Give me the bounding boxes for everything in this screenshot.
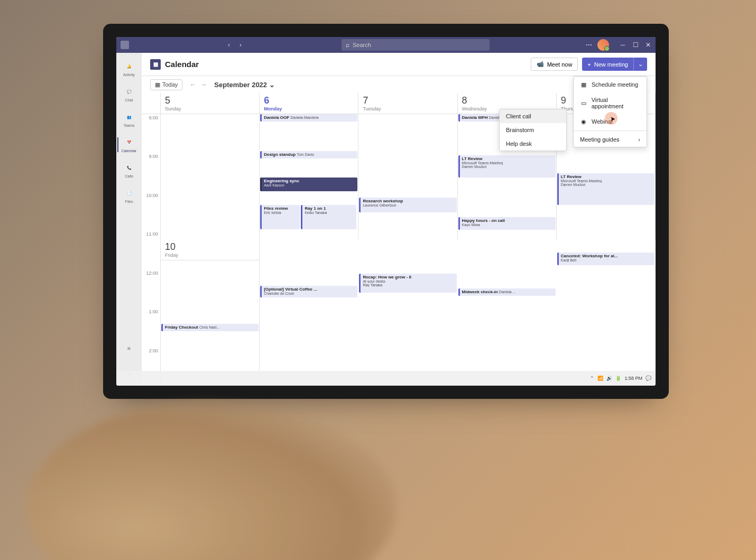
files-icon: 📄 [124, 188, 134, 199]
event[interactable]: Design standup Tom Davis [260, 151, 357, 158]
search-box[interactable]: ⌕ [342, 39, 490, 51]
tray-icon[interactable]: ⌃ [590, 376, 594, 381]
submenu-brainstorm[interactable]: Brainstorm [500, 123, 566, 137]
chevron-down-icon: ⌄ [638, 61, 643, 67]
submenu-help-desk[interactable]: Help desk [500, 137, 566, 151]
time-label: 10:00 [142, 192, 161, 230]
sidebar-item-teams[interactable]: 👥 Teams [117, 108, 141, 131]
day-header: 7 Tuesday [358, 93, 457, 114]
dropdown-webinar[interactable]: ◉ Webinar [574, 114, 647, 129]
day-number: 7 [363, 95, 453, 106]
event[interactable]: Engineering syncAadi Kapoor [260, 178, 357, 191]
teams-icon: 👥 [124, 112, 134, 123]
time-column: 8:00 9:00 10:00 11:00 12:00 1:00 2:00 [142, 93, 161, 386]
battery-icon[interactable]: 🔋 [615, 376, 621, 381]
user-avatar[interactable] [597, 39, 609, 51]
next-arrow-icon[interactable]: → [200, 80, 208, 89]
event[interactable]: Canceled: Workshop for al...Kadji Bell [557, 253, 654, 265]
month-selector[interactable]: September 2022 ⌄ [214, 81, 275, 89]
event[interactable]: Daniela OOF Daniela Mandera [260, 114, 357, 122]
new-meeting-chevron[interactable]: ⌄ [633, 58, 647, 71]
day-name: Sunday [165, 106, 255, 111]
calendar-icon: ▦ [580, 81, 587, 88]
chevron-down-icon: ⌄ [269, 81, 275, 89]
meet-now-label: Meet now [547, 61, 573, 68]
event[interactable]: Files reviewEric Ishida [260, 205, 299, 229]
main-content: ▦ Calendar 📹 Meet now + New meeting ⌄ [142, 53, 656, 386]
time-label: 11:00 [142, 230, 161, 269]
calendar-small-icon: ▦ [155, 81, 160, 88]
month-label-text: September 2022 [214, 81, 267, 89]
clock[interactable]: 1:58 PM [624, 376, 642, 381]
app-window: ‹ › ⌕ ⋯ ─ ☐ ✕ 🔔 Activity 💬 [116, 37, 656, 386]
prev-arrow-icon[interactable]: ← [189, 80, 197, 89]
search-input[interactable] [353, 42, 485, 48]
new-meeting-dropdown: ▦ Schedule meeting ▭ Virtual appointment… [573, 76, 647, 147]
sidebar-label: Teams [124, 124, 135, 127]
close-button[interactable]: ✕ [645, 42, 651, 48]
meet-now-button[interactable]: 📹 Meet now [531, 58, 578, 71]
time-label: 12:00 [142, 269, 161, 308]
event[interactable]: Research workshopLaurence Gilbertson [359, 198, 456, 212]
wifi-icon[interactable]: 📶 [597, 376, 603, 381]
titlebar: ‹ › ⌕ ⋯ ─ ☐ ✕ [116, 37, 656, 53]
plus-icon: + [587, 61, 591, 68]
sidebar-label: Files [125, 200, 133, 203]
dropdown-schedule-meeting[interactable]: ▦ Schedule meeting [574, 77, 647, 92]
speaker-icon[interactable]: 🔊 [606, 376, 612, 381]
app-icon [121, 41, 129, 49]
sidebar-item-chat[interactable]: 💬 Chat [117, 82, 141, 106]
day-column-monday[interactable]: 6 Monday Daniela OOF Daniela Mandera Des… [260, 93, 358, 239]
event[interactable]: LT ReviewMicrosoft Teams MeetingDarren M… [458, 155, 556, 178]
dropdown-meeting-guides[interactable]: Meeting guides › [574, 132, 647, 147]
event[interactable]: [Optional] Virtual Coffee ...Charlotte d… [260, 286, 357, 297]
day-column-sunday[interactable]: 5 Sunday [161, 93, 260, 239]
taskbar: ⌃ 📶 🔊 🔋 1:58 PM 💬 [116, 371, 656, 386]
nav-back-icon[interactable]: ‹ [224, 40, 234, 50]
sidebar-label: Calls [125, 174, 133, 178]
sidebar: 🔔 Activity 💬 Chat 👥 Teams 📅 Calendar 📞 C… [116, 53, 142, 386]
calendar-app-icon: ▦ [150, 59, 161, 70]
dropdown-label: Virtual appointment [592, 97, 640, 109]
event[interactable]: Recap: How we grow - IIAt your desksRay … [359, 274, 456, 293]
appointment-icon: ▭ [580, 99, 587, 107]
day-number: 8 [462, 95, 552, 106]
dropdown-label: Webinar [592, 118, 613, 125]
meeting-guides-submenu: Client call Brainstorm Help desk [499, 109, 567, 151]
more-icon[interactable]: ⋯ [586, 41, 592, 49]
phone-icon: 📞 [124, 163, 134, 173]
event[interactable]: Ray 1 on 1Keiko Tanaka [301, 205, 356, 229]
dropdown-label: Meeting guides [580, 136, 620, 143]
day-header: 6 Monday [260, 93, 358, 114]
day-column-tuesday[interactable]: 7 Tuesday Research workshopLaurence Gilb… [358, 93, 457, 239]
page-header: ▦ Calendar 📹 Meet now + New meeting ⌄ [142, 53, 656, 76]
event[interactable]: Friday Checkout Chris Naid... [161, 324, 259, 331]
dropdown-virtual-appointment[interactable]: ▭ Virtual appointment [574, 92, 647, 114]
sidebar-item-calls[interactable]: 📞 Calls [117, 158, 141, 182]
day-header: 5 Sunday [161, 93, 259, 114]
sidebar-item-files[interactable]: 📄 Files [117, 184, 141, 207]
sidebar-item-apps[interactable]: ⊞ [117, 337, 141, 360]
hand-foreground [26, 402, 397, 560]
page-title: Calendar [165, 60, 199, 69]
time-label: 8:00 [142, 114, 161, 153]
new-meeting-label: New meeting [594, 61, 628, 68]
day-number: 10 [165, 241, 255, 253]
maximize-button[interactable]: ☐ [632, 42, 639, 48]
nav-forward-icon[interactable]: › [236, 40, 245, 50]
minimize-button[interactable]: ─ [620, 42, 626, 48]
sidebar-item-activity[interactable]: 🔔 Activity [117, 57, 141, 80]
day-header: 10 Friday [161, 239, 259, 260]
event[interactable]: Happy hours - on callKayo Miwa [458, 217, 556, 230]
today-button[interactable]: ▦ Today [150, 79, 182, 90]
event[interactable]: LT ReviewMicrosoft Teams MeetingDarren M… [557, 173, 654, 205]
sidebar-item-calendar[interactable]: 📅 Calendar [117, 133, 141, 156]
notification-icon[interactable]: 💬 [646, 376, 651, 381]
day-name: Monday [264, 106, 354, 111]
event[interactable]: Midweek check-in Daniela ... [458, 288, 556, 296]
day-column-friday[interactable]: 10 Friday Friday Checkout Chris Naid... … [161, 239, 260, 386]
chevron-right-icon: › [638, 136, 640, 143]
submenu-client-call[interactable]: Client call [500, 109, 566, 123]
today-label: Today [162, 81, 178, 88]
new-meeting-button[interactable]: + New meeting ⌄ [582, 58, 647, 71]
